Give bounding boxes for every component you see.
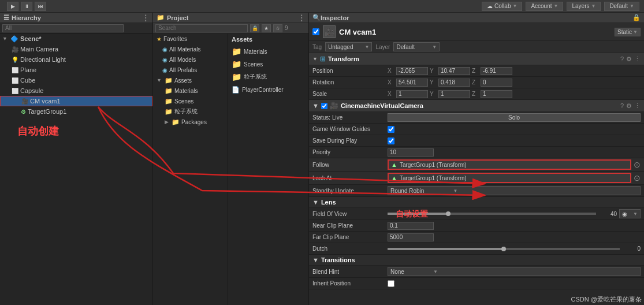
save-during-play-checkbox[interactable]: [388, 137, 394, 144]
static-button[interactable]: Static ▼: [615, 28, 641, 36]
scale-y-input[interactable]: [438, 90, 470, 98]
layers-button[interactable]: Layers ▼: [567, 2, 601, 11]
far-clip-row: Far Clip Plane: [309, 232, 644, 243]
assets-scenes-item[interactable]: 📁 Scenes: [153, 96, 228, 106]
favorite-icon[interactable]: ★: [262, 24, 271, 32]
project-menu[interactable]: ⋮: [298, 14, 305, 22]
lock-icon[interactable]: 🔒: [250, 24, 259, 32]
dutch-row: Dutch 0: [309, 243, 644, 255]
play-button[interactable]: ▶: [7, 2, 18, 11]
default-button[interactable]: Default ▼: [604, 2, 639, 11]
far-clip-input[interactable]: [388, 233, 434, 241]
position-row: Position X Y Z: [309, 65, 644, 77]
favorites-folder[interactable]: ★ Favorites: [153, 34, 228, 44]
project-search-input[interactable]: [155, 24, 248, 32]
look-at-target-select[interactable]: ⊙: [634, 173, 641, 183]
asset-scenes[interactable]: 📁 Scenes: [228, 58, 308, 70]
inspector-lock[interactable]: 🔒: [632, 14, 641, 21]
assets-materials-item[interactable]: 📁 Materials: [153, 85, 228, 96]
solo-button[interactable]: Solo: [388, 113, 641, 122]
hierarchy-item-main-camera[interactable]: 🎥 Main Camera: [0, 44, 152, 54]
transform-menu[interactable]: ⋮: [634, 55, 641, 63]
layer-dropdown[interactable]: Default ▼: [393, 42, 440, 51]
hierarchy-item-target-group[interactable]: ⚙ TargetGroup1: [0, 106, 152, 117]
tag-dropdown[interactable]: Untagged ▼: [325, 42, 372, 51]
all-prefabs-label: All Prefabs: [169, 67, 197, 73]
step-button[interactable]: ⏭: [35, 2, 46, 11]
plane-label: Plane: [20, 66, 36, 73]
follow-target-field[interactable]: ▲ TargetGroup1 (Transform): [388, 159, 631, 170]
asset-playercontroller[interactable]: 📄 PlayerController: [228, 83, 308, 96]
transform-settings[interactable]: ⚙: [626, 55, 632, 63]
pause-button[interactable]: ⏸: [21, 2, 32, 11]
scenes-folder-icon: 📁: [165, 98, 173, 105]
all-materials-item[interactable]: ◉ All Materials: [153, 44, 228, 54]
asset-materials[interactable]: 📁 Materials: [228, 45, 308, 58]
hierarchy-item-plane[interactable]: ⬜ Plane: [0, 65, 152, 75]
standby-dropdown[interactable]: Round Robin ▼: [388, 186, 641, 195]
transitions-header[interactable]: ▼ Transitions: [309, 255, 644, 266]
priority-input[interactable]: [388, 148, 434, 157]
transitions-arrow: ▼: [312, 256, 319, 263]
object-enabled-checkbox[interactable]: [312, 28, 319, 35]
hierarchy-item-cube[interactable]: ⬜ Cube: [0, 75, 152, 85]
top-bar: ▶ ⏸ ⏭ ☁ Collab ▼ Account ▼ Layers ▼ Defa…: [0, 0, 644, 13]
look-at-target-field[interactable]: ▲ TargetGroup1 (Transform): [388, 173, 631, 183]
transform-help[interactable]: ?: [620, 55, 624, 62]
position-x-input[interactable]: [396, 67, 428, 75]
rotation-y-input[interactable]: [438, 79, 470, 87]
assets-root-item[interactable]: ▼ 📁 Assets: [153, 75, 228, 85]
collab-button[interactable]: ☁ Collab ▼: [482, 2, 522, 11]
fov-unit-dropdown[interactable]: ◉ ▼: [619, 209, 641, 218]
hierarchy-item-cm-vcam1[interactable]: 🎥 CM vcam1: [0, 96, 152, 106]
static-label: Static: [617, 29, 632, 35]
position-y-input[interactable]: [438, 67, 470, 75]
scale-x-input[interactable]: [396, 90, 428, 98]
dutch-thumb[interactable]: [501, 247, 506, 251]
z-label-rot: Z: [472, 79, 479, 85]
transitions-title: Transitions: [321, 256, 641, 263]
all-models-item[interactable]: ◉ All Models: [153, 54, 228, 65]
asset-particles[interactable]: 📁 粒子系统: [228, 70, 308, 83]
cvm-settings[interactable]: ⚙: [626, 102, 632, 110]
hierarchy-search-input[interactable]: [2, 24, 124, 32]
cvm-enabled-checkbox[interactable]: [321, 103, 327, 109]
follow-target-select[interactable]: ⊙: [634, 160, 641, 169]
star-icon[interactable]: ☆: [273, 24, 282, 32]
cinemachine-header[interactable]: ▼ 🎥 CinemachineVirtualCamera ? ⚙ ⋮: [309, 100, 644, 112]
cvm-menu[interactable]: ⋮: [634, 102, 641, 110]
blend-hint-row: Blend Hint None ▼: [309, 266, 644, 278]
near-clip-input[interactable]: [388, 222, 434, 230]
inherit-checkbox[interactable]: [388, 280, 394, 287]
hierarchy-item-directional-light[interactable]: 💡 Directional Light: [0, 54, 152, 65]
hierarchy-item-scene[interactable]: ▼ 🔷 Scene*: [0, 34, 152, 44]
all-models-label: All Models: [169, 57, 196, 63]
near-clip-value: [388, 222, 641, 230]
hierarchy-items: ▼ 🔷 Scene* 🎥 Main Camera 💡 Directional L…: [0, 34, 152, 305]
assets-particles-item[interactable]: 📁 粒子系统: [153, 106, 228, 117]
scale-z-input[interactable]: [481, 90, 512, 98]
blend-hint-dropdown[interactable]: None ▼: [388, 267, 641, 276]
fov-thumb[interactable]: [446, 211, 451, 216]
hierarchy-item-capsule[interactable]: ⬜ Capsule: [0, 85, 152, 96]
object-header: 🎥 CM vcam1 Static ▼: [309, 23, 644, 41]
dutch-fill: [388, 248, 504, 250]
cube-icon: ⬜: [12, 77, 18, 84]
all-prefabs-item[interactable]: ◉ All Prefabs: [153, 65, 228, 75]
scene-arrow: ▼: [2, 36, 8, 42]
packages-item[interactable]: ▶ 📁 Packages: [153, 117, 228, 127]
scale-row: Scale X Y Z: [309, 88, 644, 100]
z-label-pos: Z: [472, 68, 479, 74]
lens-header[interactable]: ▼ Lens: [309, 197, 644, 208]
cvm-help[interactable]: ?: [620, 102, 624, 109]
position-label: Position: [312, 68, 388, 74]
hierarchy-menu[interactable]: ⋮: [142, 14, 149, 22]
dutch-track[interactable]: [388, 248, 620, 250]
position-z-input[interactable]: [481, 67, 512, 75]
game-window-value: [388, 126, 641, 133]
account-button[interactable]: Account ▼: [526, 2, 563, 11]
game-window-checkbox[interactable]: [388, 126, 394, 133]
rotation-z-input[interactable]: [481, 79, 512, 87]
transform-header[interactable]: ▼ ⊞ Transform ? ⚙ ⋮: [309, 53, 644, 65]
rotation-x-input[interactable]: [396, 79, 428, 87]
